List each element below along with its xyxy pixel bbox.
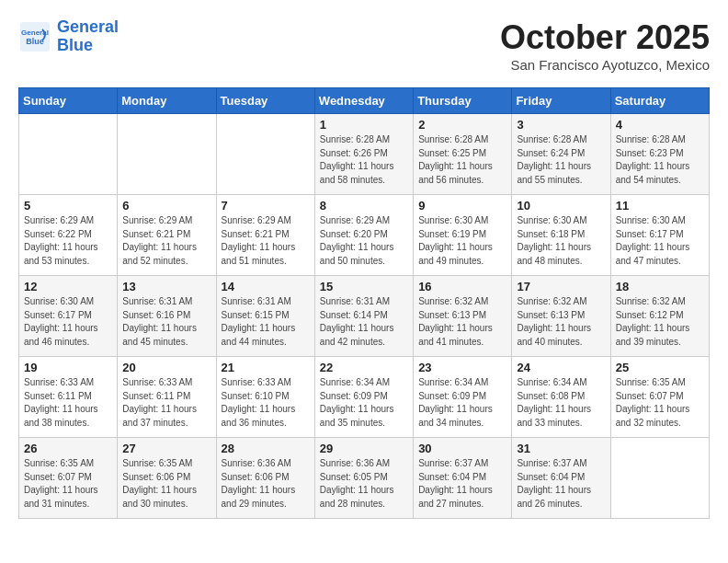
day-number: 20 [122,361,210,374]
calendar-day-23: 23Sunrise: 6:34 AM Sunset: 6:09 PM Dayli… [414,357,512,438]
day-number: 22 [320,361,408,374]
day-number: 23 [418,361,506,374]
day-info: Sunrise: 6:36 AM Sunset: 6:05 PM Dayligh… [320,457,408,511]
calendar-header: SundayMondayTuesdayWednesdayThursdayFrid… [19,88,710,114]
day-info: Sunrise: 6:30 AM Sunset: 6:17 PM Dayligh… [24,295,112,349]
calendar-week-row: 19Sunrise: 6:33 AM Sunset: 6:11 PM Dayli… [19,357,710,438]
day-number: 14 [222,280,310,293]
day-info: Sunrise: 6:28 AM Sunset: 6:23 PM Dayligh… [616,133,704,187]
calendar-week-row: 1Sunrise: 6:28 AM Sunset: 6:26 PM Daylig… [19,114,710,195]
day-number: 31 [517,442,605,455]
day-number: 15 [320,280,408,293]
calendar-day-4: 4Sunrise: 6:28 AM Sunset: 6:23 PM Daylig… [610,114,709,195]
day-info: Sunrise: 6:29 AM Sunset: 6:21 PM Dayligh… [222,214,310,268]
day-number: 28 [222,442,310,455]
calendar-day-17: 17Sunrise: 6:32 AM Sunset: 6:13 PM Dayli… [512,276,610,357]
day-number: 26 [24,442,112,455]
day-info: Sunrise: 6:35 AM Sunset: 6:07 PM Dayligh… [24,457,112,511]
calendar-day-21: 21Sunrise: 6:33 AM Sunset: 6:10 PM Dayli… [216,357,314,438]
calendar-day-26: 26Sunrise: 6:35 AM Sunset: 6:07 PM Dayli… [19,438,118,519]
day-number: 25 [616,361,704,374]
day-info: Sunrise: 6:33 AM Sunset: 6:10 PM Dayligh… [222,376,310,430]
calendar-day-12: 12Sunrise: 6:30 AM Sunset: 6:17 PM Dayli… [19,276,118,357]
calendar-empty-cell [19,114,118,195]
logo: General Blue General Blue [18,18,119,55]
day-info: Sunrise: 6:28 AM Sunset: 6:26 PM Dayligh… [320,133,408,187]
day-number: 7 [222,199,310,213]
day-number: 30 [418,442,506,455]
day-info: Sunrise: 6:33 AM Sunset: 6:11 PM Dayligh… [122,376,210,430]
calendar-day-9: 9Sunrise: 6:30 AM Sunset: 6:19 PM Daylig… [414,195,512,276]
day-number: 11 [616,199,704,213]
calendar-day-5: 5Sunrise: 6:29 AM Sunset: 6:22 PM Daylig… [19,195,118,276]
day-number: 19 [24,361,112,374]
calendar-day-13: 13Sunrise: 6:31 AM Sunset: 6:16 PM Dayli… [118,276,216,357]
calendar-day-14: 14Sunrise: 6:31 AM Sunset: 6:15 PM Dayli… [216,276,314,357]
day-info: Sunrise: 6:29 AM Sunset: 6:20 PM Dayligh… [320,214,408,268]
calendar-day-20: 20Sunrise: 6:33 AM Sunset: 6:11 PM Dayli… [118,357,216,438]
calendar-week-row: 5Sunrise: 6:29 AM Sunset: 6:22 PM Daylig… [19,195,710,276]
day-number: 16 [418,280,506,293]
calendar-empty-cell [610,438,709,519]
day-number: 27 [122,442,210,455]
logo-icon: General Blue [18,20,51,53]
weekday-header-thursday: Thursday [414,88,512,114]
calendar-day-3: 3Sunrise: 6:28 AM Sunset: 6:24 PM Daylig… [512,114,610,195]
calendar-day-28: 28Sunrise: 6:36 AM Sunset: 6:06 PM Dayli… [216,438,314,519]
day-info: Sunrise: 6:35 AM Sunset: 6:06 PM Dayligh… [122,457,210,511]
weekday-header-wednesday: Wednesday [314,88,413,114]
page-header: General Blue General Blue October 2025 S… [18,18,710,73]
calendar-day-30: 30Sunrise: 6:37 AM Sunset: 6:04 PM Dayli… [414,438,512,519]
calendar-day-8: 8Sunrise: 6:29 AM Sunset: 6:20 PM Daylig… [314,195,413,276]
day-info: Sunrise: 6:32 AM Sunset: 6:12 PM Dayligh… [616,295,704,349]
calendar-day-22: 22Sunrise: 6:34 AM Sunset: 6:09 PM Dayli… [314,357,413,438]
day-number: 8 [320,199,408,213]
day-number: 6 [122,199,210,213]
calendar-empty-cell [118,114,216,195]
calendar-empty-cell [216,114,314,195]
calendar-day-29: 29Sunrise: 6:36 AM Sunset: 6:05 PM Dayli… [314,438,413,519]
calendar-day-15: 15Sunrise: 6:31 AM Sunset: 6:14 PM Dayli… [314,276,413,357]
day-info: Sunrise: 6:37 AM Sunset: 6:04 PM Dayligh… [418,457,506,511]
day-info: Sunrise: 6:28 AM Sunset: 6:24 PM Dayligh… [517,133,605,187]
logo-line2: Blue [57,36,93,54]
calendar-day-6: 6Sunrise: 6:29 AM Sunset: 6:21 PM Daylig… [118,195,216,276]
day-number: 13 [122,280,210,293]
calendar-table: SundayMondayTuesdayWednesdayThursdayFrid… [18,87,710,519]
day-number: 2 [418,118,506,132]
svg-text:Blue: Blue [26,37,44,46]
day-number: 3 [517,118,605,132]
day-info: Sunrise: 6:32 AM Sunset: 6:13 PM Dayligh… [418,295,506,349]
day-number: 21 [222,361,310,374]
calendar-day-19: 19Sunrise: 6:33 AM Sunset: 6:11 PM Dayli… [19,357,118,438]
day-number: 1 [320,118,408,132]
weekday-header-saturday: Saturday [610,88,709,114]
calendar-body: 1Sunrise: 6:28 AM Sunset: 6:26 PM Daylig… [19,114,710,519]
calendar-day-2: 2Sunrise: 6:28 AM Sunset: 6:25 PM Daylig… [414,114,512,195]
calendar-subtitle: San Francisco Ayotuzco, Mexico [500,57,710,73]
day-info: Sunrise: 6:30 AM Sunset: 6:18 PM Dayligh… [517,214,605,268]
day-number: 9 [418,199,506,213]
day-info: Sunrise: 6:36 AM Sunset: 6:06 PM Dayligh… [222,457,310,511]
day-number: 5 [24,199,112,213]
day-info: Sunrise: 6:31 AM Sunset: 6:14 PM Dayligh… [320,295,408,349]
calendar-day-25: 25Sunrise: 6:35 AM Sunset: 6:07 PM Dayli… [610,357,709,438]
day-number: 29 [320,442,408,455]
day-info: Sunrise: 6:29 AM Sunset: 6:21 PM Dayligh… [122,214,210,268]
calendar-title: October 2025 [500,18,710,57]
day-info: Sunrise: 6:35 AM Sunset: 6:07 PM Dayligh… [616,376,704,430]
day-number: 4 [616,118,704,132]
day-number: 12 [24,280,112,293]
logo-line1: General [57,17,119,36]
weekday-header-row: SundayMondayTuesdayWednesdayThursdayFrid… [19,88,710,114]
day-info: Sunrise: 6:30 AM Sunset: 6:19 PM Dayligh… [418,214,506,268]
day-info: Sunrise: 6:30 AM Sunset: 6:17 PM Dayligh… [616,214,704,268]
calendar-day-10: 10Sunrise: 6:30 AM Sunset: 6:18 PM Dayli… [512,195,610,276]
calendar-day-31: 31Sunrise: 6:37 AM Sunset: 6:04 PM Dayli… [512,438,610,519]
calendar-day-1: 1Sunrise: 6:28 AM Sunset: 6:26 PM Daylig… [314,114,413,195]
weekday-header-monday: Monday [118,88,216,114]
weekday-header-friday: Friday [512,88,610,114]
day-info: Sunrise: 6:34 AM Sunset: 6:08 PM Dayligh… [517,376,605,430]
day-number: 24 [517,361,605,374]
calendar-week-row: 26Sunrise: 6:35 AM Sunset: 6:07 PM Dayli… [19,438,710,519]
